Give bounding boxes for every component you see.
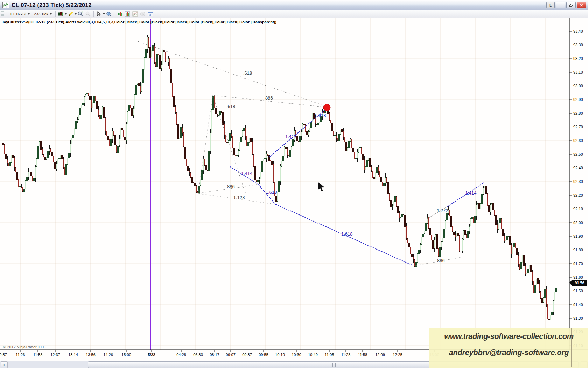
- svg-text:12:25: 12:25: [393, 353, 402, 357]
- chevron-down-icon[interactable]: [75, 13, 77, 15]
- svg-text:92.50: 92.50: [573, 152, 583, 156]
- svg-text:91.30: 91.30: [573, 316, 583, 320]
- chart-toolbar: CL 07-12 233 Tick: [0, 10, 588, 18]
- svg-text:91.90: 91.90: [573, 234, 583, 238]
- fib-label: 1.414: [465, 190, 477, 196]
- chevron-down-icon[interactable]: [65, 13, 67, 15]
- svg-text:92.90: 92.90: [573, 97, 583, 102]
- restore-button[interactable]: [566, 2, 576, 8]
- svg-text:92.60: 92.60: [573, 138, 583, 143]
- fib-label: 1.414: [285, 134, 297, 139]
- svg-text:11:58: 11:58: [358, 353, 368, 357]
- cluster-red-dot: [323, 104, 330, 111]
- pencil-draw-icon[interactable]: [67, 11, 74, 17]
- minimize-button[interactable]: _: [556, 2, 565, 8]
- chevron-down-icon: [28, 13, 30, 15]
- instrument-selector[interactable]: CL 07-12: [8, 11, 32, 17]
- cursor-icon[interactable]: [96, 11, 103, 17]
- fib-label: 1.414: [241, 171, 253, 176]
- ninjatrader-copyright: © 2012 NinjaTrader, LLC: [3, 345, 46, 349]
- restore-icon: [569, 4, 573, 7]
- watermark-email-text: andreybbrv@trading-software.org: [430, 348, 588, 357]
- svg-text:12:37: 12:37: [50, 353, 60, 357]
- scrollbar-grip-icon: [331, 363, 336, 367]
- chart-trader-icon[interactable]: [116, 11, 123, 17]
- svg-text:04:28: 04:28: [176, 353, 186, 357]
- svg-text:92.00: 92.00: [573, 220, 583, 225]
- properties-panel-icon[interactable]: [147, 11, 154, 17]
- title-bar[interactable]: CL 07-12 (233 Tick) 5/22/2012 L _ ✕: [0, 0, 588, 10]
- fib-label: 886: [437, 258, 445, 263]
- svg-text:08:17: 08:17: [210, 353, 219, 357]
- svg-text:92.40: 92.40: [573, 166, 583, 170]
- watermark-url-text: www.trading-software-collection.com: [430, 332, 588, 341]
- svg-text:10:30: 10:30: [292, 353, 301, 357]
- svg-text:92.30: 92.30: [573, 179, 583, 184]
- fib-label: 1.618: [315, 113, 326, 118]
- fib-label: 886: [227, 184, 235, 189]
- svg-text:11:28: 11:28: [341, 353, 351, 357]
- interval-label: 233 Tick: [34, 12, 48, 16]
- zoom-out-icon: [85, 11, 92, 17]
- session-break-line: [150, 19, 151, 350]
- data-box-icon[interactable]: [105, 11, 112, 17]
- svg-text:91.50: 91.50: [573, 289, 583, 293]
- svg-text:92.10: 92.10: [573, 207, 583, 211]
- chevron-down-icon: [50, 13, 52, 15]
- chevron-down-icon[interactable]: [103, 13, 105, 15]
- fib-label: .618: [226, 104, 235, 109]
- fib-label: 1.272: [437, 208, 448, 213]
- scroll-left-button[interactable]: ‹: [1, 361, 8, 368]
- svg-text:5/22: 5/22: [148, 353, 155, 357]
- svg-text:93.10: 93.10: [573, 70, 583, 74]
- svg-text:92.70: 92.70: [573, 125, 583, 129]
- svg-text:09:55: 09:55: [259, 353, 268, 357]
- svg-text:09:37: 09:37: [242, 353, 252, 357]
- svg-text:93.00: 93.00: [573, 84, 583, 88]
- window-title: CL 07-12 (233 Tick) 5/22/2012: [12, 2, 92, 8]
- svg-text:13:56: 13:56: [86, 353, 96, 357]
- toolbar-grip[interactable]: [1, 11, 4, 17]
- svg-text:$: $: [142, 12, 144, 16]
- svg-text:92.20: 92.20: [573, 193, 583, 197]
- indicator-lines-icon[interactable]: [132, 11, 139, 17]
- app-chart-icon: [2, 2, 9, 8]
- svg-text:91.60: 91.60: [573, 275, 583, 279]
- svg-text:15:00: 15:00: [121, 353, 131, 357]
- svg-text:92.80: 92.80: [573, 111, 583, 115]
- indicator-parameters-label: JayClusterV5a(CL 07-12 (233 Tick),Alert1…: [2, 20, 276, 24]
- link-button[interactable]: L: [546, 2, 555, 8]
- svg-text:11:26: 11:26: [16, 353, 25, 357]
- close-button[interactable]: ✕: [577, 2, 586, 8]
- svg-text:91.70: 91.70: [573, 261, 583, 266]
- interval-selector[interactable]: 233 Tick: [32, 11, 54, 17]
- svg-text:91.80: 91.80: [573, 248, 583, 252]
- fib-label: .618: [243, 70, 252, 76]
- svg-text:91.40: 91.40: [573, 302, 583, 307]
- zoom-in-icon[interactable]: [77, 11, 84, 17]
- svg-text:10:49: 10:49: [308, 353, 318, 357]
- svg-text:10:10: 10:10: [275, 353, 285, 357]
- dollar-icon: $: [139, 11, 146, 17]
- fib-label: 1.618: [266, 190, 277, 195]
- svg-text:12:09: 12:09: [375, 353, 385, 357]
- fib-label: 1.128: [233, 195, 245, 200]
- fib-label: 1.618: [341, 231, 353, 237]
- chart-window: CL 07-12 (233 Tick) 5/22/2012 L _ ✕ CL 0…: [0, 0, 588, 368]
- instrument-label: CL 07-12: [10, 12, 26, 16]
- svg-text:09:07: 09:07: [226, 353, 236, 357]
- chart-area[interactable]: JayClusterV5a(CL 07-12 (233 Tick),Alert1…: [0, 18, 588, 361]
- svg-text:93.40: 93.40: [573, 29, 583, 33]
- svg-text:93.20: 93.20: [573, 56, 583, 61]
- svg-text:11:58: 11:58: [33, 353, 43, 357]
- svg-text:0:57: 0:57: [0, 353, 7, 357]
- candle-style-icon[interactable]: [57, 11, 64, 17]
- fib-label: 886: [265, 95, 273, 101]
- svg-text:06:33: 06:33: [193, 353, 203, 357]
- svg-text:14:26: 14:26: [103, 353, 113, 357]
- svg-text:91.56: 91.56: [575, 281, 584, 285]
- svg-text:11:05: 11:05: [325, 353, 334, 357]
- svg-text:13:14: 13:14: [68, 353, 78, 357]
- svg-text:93.30: 93.30: [573, 43, 583, 47]
- bars-panel-icon[interactable]: [124, 11, 131, 17]
